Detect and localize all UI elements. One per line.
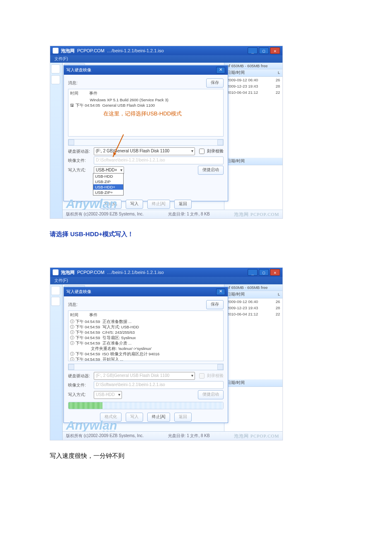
h-scrollbar[interactable]	[68, 364, 224, 370]
minimize-button[interactable]: _	[248, 269, 258, 276]
write-mode-select: USB-HDD	[94, 391, 122, 399]
write-button: 写入	[126, 413, 143, 422]
log-box: 时间事件 Windows XP 5.1 Build 2600 (Service …	[68, 89, 224, 137]
toolbar-icon[interactable]	[51, 75, 60, 84]
file-row[interactable]: 2009-09-12 06:4026	[224, 298, 282, 305]
write-button[interactable]: 写入	[126, 200, 143, 209]
maximize-button[interactable]: ▢	[259, 47, 269, 54]
h-scrollbar[interactable]	[68, 139, 224, 146]
right-panel: of 650MB - 605MB free 日期/时间L 2009-09-12 …	[224, 284, 282, 440]
title-path: …/beini-1.2.1/beini-1.2.1.iso	[107, 270, 164, 275]
label-message: 消息:	[68, 80, 91, 86]
quickboot-button[interactable]: 便捷启动	[198, 166, 224, 175]
statusbar: 版权所有 (c)2002-2009 EZB Systems, Inc. 光盘目录…	[63, 210, 282, 218]
dialog-close-button[interactable]: ✕	[216, 289, 225, 295]
window-titlebar: 泡泡网 PCPOP.COM …/beini-1.2.1/beini-1.2.1.…	[50, 268, 282, 277]
annotation-text: 在这里，记得选择USB-HDD模式	[103, 110, 182, 117]
app-brand: 泡泡网	[61, 269, 75, 276]
menubar: 文件(F)	[50, 277, 282, 284]
label-message: 消息:	[68, 302, 91, 308]
file-row[interactable]: 2010-06-04 21:1222	[224, 311, 282, 317]
right-header: 日期/时间L	[224, 69, 282, 77]
dialog-title: 写入硬盘映像	[66, 289, 91, 295]
close-button[interactable]: ✕	[270, 269, 280, 276]
dropdown-item[interactable]: USB-HDD	[93, 174, 123, 179]
back-button: 返回	[174, 413, 192, 422]
close-button[interactable]: ✕	[270, 47, 280, 54]
right-free-space: of 650MB - 605MB free	[224, 63, 282, 69]
image-path-field: D:\Software\beini-1.2.1\beini-1.2.1.iso	[94, 381, 224, 389]
left-toolbar	[50, 284, 63, 440]
label-drive: 硬盘驱动器:	[68, 373, 91, 379]
caption-speed: 写入速度很快，一分钟不到	[50, 452, 342, 460]
dialog-title: 写入硬盘映像	[66, 67, 91, 73]
drive-select[interactable]: (F:, 2 GB)General USB Flash Disk 1100	[94, 147, 195, 155]
label-mode: 写入方式:	[68, 392, 91, 398]
screenshot-2: 泡泡网 PCPOP.COM …/beini-1.2.1/beini-1.2.1.…	[50, 267, 283, 440]
write-image-dialog: 写入硬盘映像 ✕ 消息: 保存 时间事件 Windows XP 5.1 Buil…	[63, 65, 228, 201]
file-row[interactable]: 2009-12-23 19:4328	[224, 83, 282, 89]
dropdown-item[interactable]: USB-HDD+	[93, 184, 123, 190]
abort-button[interactable]: 终止[A]	[147, 413, 170, 422]
right-panel: of 650MB - 605MB free 日期/时间L 2009-09-12 …	[224, 63, 282, 218]
dropdown-item[interactable]: USB-ZIP	[93, 179, 123, 184]
toolbar-icon[interactable]	[51, 64, 60, 73]
dropdown-item[interactable]: USB-ZIP+	[93, 190, 123, 195]
maximize-button[interactable]: ▢	[259, 269, 269, 276]
file-row[interactable]: 2009-12-23 19:4328	[224, 305, 282, 311]
quickboot-button: 便捷启动	[198, 390, 224, 399]
left-toolbar	[50, 63, 63, 218]
toolbar-icon[interactable]	[51, 286, 60, 295]
app-icon	[53, 269, 58, 275]
minimize-button[interactable]: _	[248, 47, 258, 54]
label-image: 映像文件:	[68, 382, 91, 388]
title-path: …/beini-1.2.1/beini-1.2.1.iso	[107, 48, 164, 53]
menubar: 文件(F)	[50, 55, 282, 63]
back-button[interactable]: 返回	[174, 200, 192, 209]
title-pcpop: PCPOP.COM	[77, 48, 105, 53]
save-button[interactable]: 保存	[206, 78, 224, 88]
log-box: 时间事件 ⓘ 下午 04:54:59 正在准备数据 ... ⓘ 下午 04:54…	[68, 311, 224, 361]
main-area: 光盘目录 本地目录 🗀 BEINI 🗀 bo 🗀 to 💻 我的… 我 桌 网 …	[63, 63, 282, 218]
verify-checkbox: 刻录校验	[197, 372, 224, 380]
toolbar-icon[interactable]	[51, 297, 60, 306]
abort-button[interactable]: 终止[A]	[147, 200, 170, 209]
screenshot-1: 泡泡网 PCPOP.COM …/beini-1.2.1/beini-1.2.1.…	[50, 46, 283, 219]
menu-file[interactable]: 文件(F)	[54, 278, 68, 284]
label-image: 映像文件:	[68, 158, 91, 164]
dialog-close-button[interactable]: ✕	[216, 67, 225, 73]
caption-usb-hdd: 请选择 USB-HDD+模式写入！	[50, 230, 342, 238]
menu-file[interactable]: 文件(F)	[54, 56, 68, 62]
main-area: 光盘目录 本地目录 🗀 BEINI 🗀 bo 🗀 to 💻 我的… 我 桌 网 …	[63, 284, 282, 440]
window-titlebar: 泡泡网 PCPOP.COM …/beini-1.2.1/beini-1.2.1.…	[50, 46, 282, 55]
save-button[interactable]: 保存	[206, 300, 224, 309]
document-page: 泡泡网 PCPOP.COM …/beini-1.2.1/beini-1.2.1.…	[0, 0, 392, 493]
label-mode: 写入方式:	[68, 167, 91, 173]
app-icon	[53, 48, 58, 54]
app-brand: 泡泡网	[61, 48, 75, 54]
file-row[interactable]: 2009-09-12 06:4026	[224, 77, 282, 83]
write-mode-dropdown[interactable]: USB-HDD USB-ZIP USB-HDD+ USB-ZIP+	[93, 173, 124, 196]
drive-select: (F:, 2 GB)General USB Flash Disk 1100	[94, 372, 195, 380]
title-pcpop: PCPOP.COM	[77, 270, 105, 275]
right-header-empty: 日期/时间	[224, 158, 282, 165]
verify-checkbox[interactable]: 刻录校验	[197, 147, 224, 155]
file-row[interactable]: 2010-06-04 21:1222	[224, 89, 282, 95]
label-drive: 硬盘驱动器:	[68, 149, 91, 154]
statusbar: 版权所有 (c)2002-2009 EZB Systems, Inc. 光盘目录…	[63, 431, 282, 440]
progress-bar	[68, 402, 224, 409]
write-image-dialog: 写入硬盘映像 ✕ 消息: 保存 时间事件 ⓘ 下午 04:54:59 正在准备数…	[63, 287, 228, 423]
